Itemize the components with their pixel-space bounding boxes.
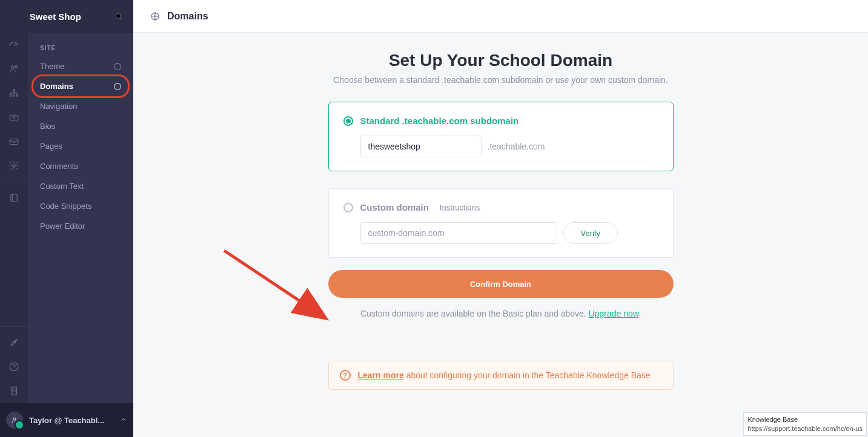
sidebar-item-domains[interactable]: Domains — [28, 76, 133, 96]
sidebar-item-label: Code Snippets — [40, 202, 91, 211]
svg-point-13 — [14, 369, 15, 369]
sidebar-item-navigation[interactable]: Navigation — [28, 96, 133, 116]
svg-point-11 — [14, 341, 15, 342]
svg-line-18 — [224, 251, 324, 317]
rail-courses[interactable] — [0, 186, 28, 210]
users-icon — [8, 64, 19, 74]
rail-calculator[interactable] — [0, 379, 28, 403]
rail-settings[interactable] — [0, 154, 28, 178]
sidebar-item-power-editor[interactable]: Power Editor — [28, 216, 133, 236]
custom-domain-card[interactable]: Custom domain Instructions Verify — [328, 188, 674, 258]
sidebar-section-title: SITE — [28, 33, 133, 56]
topbar-title: Domains — [167, 11, 208, 22]
subdomain-suffix: .teachable.com — [488, 142, 545, 151]
sitemap-icon — [8, 88, 19, 99]
custom-card-title: Custom domain — [360, 202, 429, 212]
rail-help[interactable] — [0, 355, 28, 379]
svg-rect-6 — [10, 115, 18, 120]
svg-point-0 — [12, 66, 15, 69]
svg-point-2 — [13, 89, 15, 91]
page-subtitle: Choose between a standard .teachable.com… — [333, 75, 668, 85]
radio-custom[interactable] — [343, 203, 353, 212]
standard-subdomain-card[interactable]: Standard .teachable.com subdomain .teach… — [328, 102, 674, 171]
standard-card-title: Standard .teachable.com subdomain — [360, 116, 519, 126]
sidebar-item-label: Theme — [40, 62, 64, 71]
sidebar-item-comments[interactable]: Comments — [28, 156, 133, 176]
mail-icon — [8, 136, 19, 147]
plan-note: Custom domains are available on the Basi… — [360, 309, 641, 318]
content: Set Up Your School Domain Choose between… — [133, 33, 868, 414]
svg-point-15 — [13, 418, 16, 420]
page-title: Set Up Your School Domain — [389, 51, 612, 70]
user-name: Taylor @ Teachabl... — [29, 416, 114, 425]
calculator-icon — [8, 386, 19, 396]
subdomain-input[interactable] — [360, 136, 482, 157]
progress-ring-icon — [114, 63, 121, 70]
gear-icon — [8, 160, 19, 171]
svg-point-9 — [13, 165, 16, 168]
learn-more-link[interactable]: Learn more — [358, 370, 404, 380]
speedometer-icon — [8, 39, 19, 50]
svg-rect-8 — [10, 139, 18, 145]
confirm-domain-button[interactable]: Confirm Domain — [328, 270, 674, 298]
sidebar-item-label: Pages — [40, 142, 62, 151]
sidebar-item-label: Bios — [40, 122, 55, 131]
icon-rail: Taylor @ Teachabl... — [0, 0, 28, 437]
svg-point-4 — [13, 94, 15, 96]
rail-emails[interactable] — [0, 130, 28, 154]
radio-standard[interactable] — [343, 116, 353, 126]
svg-point-7 — [13, 117, 15, 119]
sidebar: The Sweet Shop SITE ThemeDomainsNavigati… — [28, 0, 133, 437]
rail-users[interactable] — [0, 57, 28, 81]
sidebar-item-label: Custom Text — [40, 182, 84, 191]
sidebar-item-pages[interactable]: Pages — [28, 136, 133, 156]
money-icon — [8, 112, 19, 123]
status-tooltip: Knowledge Base https://support.teachable… — [743, 412, 867, 436]
book-icon — [8, 192, 19, 203]
globe-icon — [150, 12, 160, 21]
svg-rect-14 — [12, 387, 17, 395]
topbar: Domains — [133, 0, 868, 33]
sidebar-item-label: Power Editor — [40, 222, 85, 231]
svg-rect-10 — [11, 194, 18, 202]
rail-dashboard[interactable] — [0, 33, 28, 57]
sidebar-item-label: Domains — [40, 82, 73, 91]
help-icon — [8, 361, 19, 372]
learn-more-banner: ? Learn more about configuring your doma… — [328, 361, 674, 390]
instructions-link[interactable]: Instructions — [440, 203, 480, 212]
chevron-up-icon — [120, 416, 127, 425]
rail-rocket[interactable] — [0, 330, 28, 355]
upgrade-link[interactable]: Upgrade now — [589, 309, 639, 318]
sidebar-item-theme[interactable]: Theme — [28, 56, 133, 76]
rail-site[interactable] — [0, 81, 28, 105]
custom-domain-input[interactable] — [360, 222, 557, 244]
svg-point-5 — [16, 94, 18, 96]
sidebar-item-label: Comments — [40, 162, 78, 171]
main: Domains Set Up Your School Domain Choose… — [133, 0, 868, 437]
svg-point-1 — [15, 65, 18, 68]
svg-point-16 — [116, 13, 121, 18]
rail-sales[interactable] — [0, 105, 28, 130]
verify-button[interactable]: Verify — [563, 222, 618, 244]
sidebar-item-bios[interactable]: Bios — [28, 116, 133, 136]
sidebar-item-label: Navigation — [40, 102, 77, 111]
progress-ring-icon — [114, 83, 121, 90]
svg-point-3 — [10, 94, 12, 96]
rocket-icon — [8, 337, 19, 348]
annotation-arrow — [218, 245, 339, 341]
user-menu[interactable]: Taylor @ Teachabl... — [0, 403, 133, 437]
question-icon: ? — [340, 370, 351, 381]
search-icon[interactable] — [114, 12, 124, 21]
sidebar-item-code-snippets[interactable]: Code Snippets — [28, 196, 133, 216]
sidebar-item-custom-text[interactable]: Custom Text — [28, 176, 133, 196]
avatar — [6, 412, 23, 429]
